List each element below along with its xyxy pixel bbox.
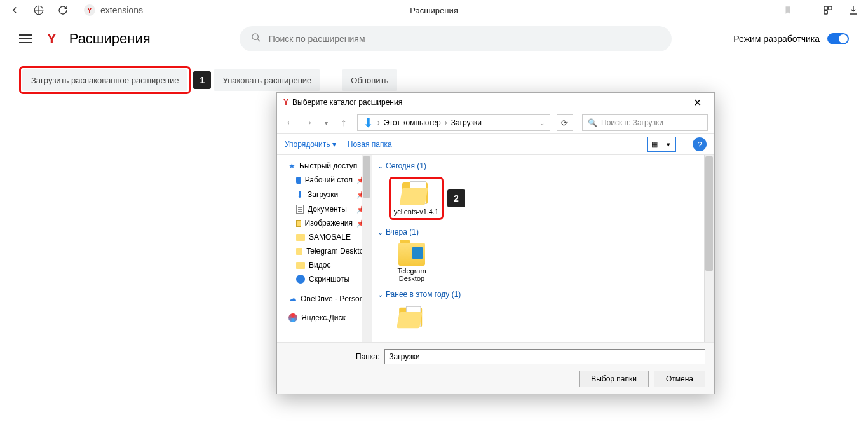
nav-forward-icon: → — [301, 116, 315, 130]
yandex-logo-icon: Y — [47, 31, 57, 47]
chevron-down-icon: ⌄ — [377, 162, 383, 170]
view-dropdown-icon[interactable]: ▾ — [661, 137, 675, 151]
cloud-icon: ☁ — [288, 294, 297, 303]
view-mode-selector[interactable]: ▦ ▾ — [647, 137, 676, 152]
nav-screenshots[interactable]: Скриншоты — [277, 272, 372, 286]
svg-rect-3 — [824, 11, 827, 14]
folder-icon — [296, 248, 302, 255]
pack-extension-button[interactable]: Упаковать расширение — [214, 69, 320, 91]
folder-earlier-item[interactable] — [389, 305, 435, 331]
nav-onedrive[interactable]: ☁OneDrive - Personal — [277, 291, 372, 306]
folder-open-icon — [398, 306, 425, 329]
dialog-footer: Папка: Выбор папки Отмена — [277, 342, 714, 394]
downloads-location-icon: ⬇ — [363, 115, 374, 130]
url-text: extensions — [100, 5, 143, 15]
svg-rect-1 — [824, 6, 827, 10]
dialog-toolbar: Упорядочить ▾ Новая папка ▦ ▾ ? — [277, 133, 714, 155]
extensions-search[interactable] — [240, 26, 672, 51]
crumb-downloads[interactable]: Загрузки — [451, 118, 482, 127]
bookmark-icon[interactable] — [782, 4, 794, 16]
dev-mode-label: Режим разработчика — [733, 34, 820, 44]
search-input[interactable] — [269, 34, 660, 44]
crumb-computer[interactable]: Этот компьютер — [384, 118, 441, 127]
nav-scrollbar[interactable] — [362, 155, 372, 342]
navigation-pane: ★Быстрый доступ Рабочий стол📌 ⬇Загрузки📌… — [277, 155, 372, 342]
folder-yclients[interactable]: yclients-v1.4.1 — [393, 181, 439, 216]
update-button[interactable]: Обновить — [342, 69, 397, 91]
chevron-down-icon[interactable]: ▾ — [319, 116, 333, 130]
search-icon — [251, 32, 261, 45]
page-title: Расширения — [69, 31, 151, 47]
tab-title: Расширения — [410, 6, 458, 15]
breadcrumb[interactable]: ⬇ › Этот компьютер › Загрузки ⌄ — [357, 114, 550, 131]
nav-downloads[interactable]: ⬇Загрузки📌 — [277, 187, 372, 202]
nav-yandex-disk[interactable]: Яндекс.Диск — [277, 311, 372, 325]
nav-quick-access[interactable]: ★Быстрый доступ — [277, 159, 372, 173]
scrollbar-thumb[interactable] — [363, 156, 370, 198]
nav-telegram[interactable]: Telegram Desktop — [277, 244, 372, 258]
load-unpacked-button[interactable]: Загрузить распакованное расширение — [22, 69, 187, 91]
chevron-right-icon: › — [445, 118, 447, 127]
organize-menu[interactable]: Упорядочить ▾ — [285, 140, 336, 149]
close-icon[interactable]: ✕ — [687, 94, 708, 111]
dialog-search[interactable]: 🔍 Поиск в: Загрузки — [582, 114, 708, 131]
dialog-nav-bar: ← → ▾ ↑ ⬇ › Этот компьютер › Загрузки ⌄ … — [277, 112, 714, 133]
content-pane: ⌄Сегодня (1) yclients-v1.4.1 2 ⌄Вчера (1… — [372, 155, 714, 342]
folder-icon — [296, 262, 305, 269]
search-icon: 🔍 — [588, 118, 597, 127]
select-folder-button[interactable]: Выбор папки — [579, 371, 649, 387]
folder-path-input[interactable] — [384, 349, 705, 364]
folder-label: Папка: — [356, 352, 379, 361]
nav-controls: Y extensions — [9, 4, 143, 16]
toggle-switch-icon[interactable] — [827, 33, 849, 44]
nav-samosale[interactable]: SAMOSALE — [277, 230, 372, 244]
yandex-services-icon[interactable] — [33, 4, 44, 16]
downloads-icon[interactable] — [848, 4, 859, 16]
nav-pictures[interactable]: Изображения📌 — [277, 216, 372, 230]
nav-videos[interactable]: Видос — [277, 258, 372, 272]
nav-up-icon[interactable]: ↑ — [337, 116, 351, 130]
pictures-icon — [296, 220, 301, 227]
page-header: Y Расширения Режим разработчика — [0, 20, 868, 57]
folder-picker-dialog: Y Выберите каталог расширения ✕ ← → ▾ ↑ … — [276, 92, 715, 394]
group-yesterday[interactable]: ⌄Вчера (1) — [377, 224, 709, 239]
folder-path-row: Папка: — [286, 349, 705, 364]
address-bar[interactable]: Y extensions — [84, 4, 143, 16]
chevron-right-icon: › — [377, 118, 380, 127]
group-earlier[interactable]: ⌄Ранее в этом году (1) — [377, 286, 709, 301]
folder-label: yclients-v1.4.1 — [394, 208, 438, 216]
view-icons-icon[interactable]: ▦ — [648, 137, 661, 151]
back-icon[interactable] — [9, 4, 20, 16]
chevron-down-icon: ⌄ — [377, 291, 383, 299]
star-icon: ★ — [288, 161, 295, 170]
folder-open-icon — [401, 181, 431, 207]
scrollbar-thumb[interactable] — [705, 156, 713, 271]
downloads-icon: ⬇ — [296, 189, 304, 200]
hamburger-icon[interactable] — [19, 31, 34, 46]
content-scrollbar[interactable] — [704, 155, 714, 342]
refresh-icon[interactable]: ⟳ — [557, 114, 573, 131]
group-today[interactable]: ⌄Сегодня (1) — [377, 158, 709, 173]
nav-desktop[interactable]: Рабочий стол📌 — [277, 173, 372, 187]
cancel-button[interactable]: Отмена — [654, 371, 705, 387]
chrome-actions — [782, 4, 859, 17]
browser-chrome: Y extensions Расширения — [0, 0, 868, 20]
svg-rect-2 — [829, 6, 832, 10]
folder-telegram[interactable]: Telegram Desktop — [389, 243, 435, 282]
nav-back-icon[interactable]: ← — [283, 116, 297, 130]
chevron-down-icon[interactable]: ⌄ — [539, 120, 545, 127]
dialog-body: ★Быстрый доступ Рабочий стол📌 ⬇Загрузки📌… — [277, 155, 714, 342]
document-icon — [296, 205, 304, 214]
reload-icon[interactable] — [57, 4, 69, 16]
yandex-logo-icon: Y — [283, 98, 288, 107]
help-icon[interactable]: ? — [693, 137, 707, 151]
dev-mode-toggle[interactable]: Режим разработчика — [733, 33, 849, 44]
search-placeholder: Поиск в: Загрузки — [601, 118, 663, 127]
extensions-icon[interactable] — [822, 4, 834, 16]
callout-1: 1 — [193, 71, 211, 89]
site-icon: Y — [84, 4, 95, 16]
folder-icon — [398, 243, 425, 266]
folder-icon — [296, 234, 305, 241]
nav-documents[interactable]: Документы📌 — [277, 202, 372, 216]
new-folder-button[interactable]: Новая папка — [348, 140, 392, 149]
